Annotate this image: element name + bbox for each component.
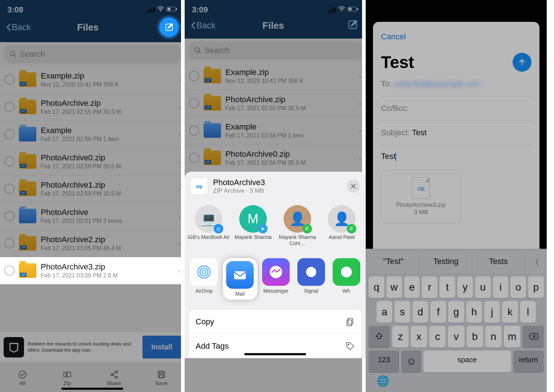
emoji-key[interactable]: ☺ (401, 351, 421, 372)
key-o[interactable]: o (510, 276, 526, 298)
key-r[interactable]: r (422, 276, 437, 298)
suggestion[interactable]: Testing (420, 251, 473, 273)
home-indicator[interactable] (244, 353, 306, 355)
file-row[interactable]: PhotoArchive2.zipFeb 17, 2021 03:05 PM 4… (0, 230, 185, 257)
shift-key[interactable] (369, 326, 390, 348)
select-radio[interactable] (4, 265, 15, 276)
battery-icon (166, 7, 177, 13)
file-row[interactable]: PhotoArchive0.zipFeb 17, 2021 02:56 PM 3… (185, 144, 366, 172)
key-e[interactable]: e (404, 276, 420, 298)
select-radio[interactable] (4, 129, 15, 139)
share-app-airdrop[interactable]: AirDrop (188, 258, 221, 300)
globe-icon[interactable]: 🌐 (377, 375, 389, 387)
key-p[interactable]: p (528, 276, 544, 298)
compose-button[interactable] (345, 17, 360, 33)
ccbcc-field[interactable]: Cc/Bcc: (381, 96, 531, 121)
action-copy[interactable]: Copy (189, 310, 361, 334)
search-input[interactable]: Search (4, 45, 180, 63)
tab-all[interactable]: All (17, 370, 28, 386)
key-s[interactable]: s (394, 301, 410, 323)
backspace-key[interactable] (522, 326, 544, 348)
ad-install-button[interactable]: Install (142, 336, 181, 359)
key-b[interactable]: b (467, 326, 483, 348)
tab-share[interactable]: Share (107, 370, 121, 386)
search-input[interactable]: Search (189, 41, 361, 60)
to-field[interactable]: To: redacted@example.com (381, 72, 531, 96)
share-app-mail[interactable]: Mail (223, 258, 257, 300)
select-radio[interactable] (4, 238, 15, 248)
status-icons (328, 6, 358, 13)
share-app-whatsapp[interactable]: Wh (330, 258, 363, 300)
key-w[interactable]: w (386, 276, 402, 298)
file-row[interactable]: PhotoArchive1.zipFeb 17, 2021 02:59 PM 3… (0, 175, 185, 203)
key-g[interactable]: g (448, 301, 464, 323)
file-row[interactable]: PhotoArchive3.zipFeb 17, 2021 03:08 PM 2… (0, 257, 185, 284)
return-key[interactable]: return (513, 351, 544, 372)
space-key[interactable]: space (423, 351, 511, 372)
key-f[interactable]: f (430, 301, 446, 323)
suggestion[interactable]: "Test" (367, 251, 420, 273)
select-radio[interactable] (189, 71, 199, 81)
share-app-messenger[interactable]: Messenger (260, 258, 293, 300)
key-l[interactable]: l (520, 301, 536, 323)
key-m[interactable]: m (504, 326, 520, 348)
ad-banner[interactable]: Redeem the rewards to unlock exciting de… (0, 332, 185, 362)
subject-field[interactable]: Subject: Test (381, 121, 531, 145)
svg-point-20 (202, 270, 206, 274)
close-button[interactable] (347, 180, 360, 193)
compose-button[interactable] (159, 17, 179, 37)
select-radio[interactable] (4, 211, 15, 221)
key-y[interactable]: y (457, 276, 473, 298)
tab-save[interactable]: Save (155, 370, 168, 386)
key-t[interactable]: t (439, 276, 455, 298)
key-u[interactable]: u (475, 276, 491, 298)
chevron-left-icon[interactable]: 〈 (525, 251, 545, 273)
share-contact[interactable]: 👤✆Mayank Sharma Cont… (276, 205, 318, 247)
key-h[interactable]: h (466, 301, 482, 323)
mail-body[interactable]: Test (381, 145, 531, 168)
share-contact[interactable]: 👤✆Aanal Patel (321, 205, 363, 247)
key-n[interactable]: n (485, 326, 502, 348)
select-radio[interactable] (189, 98, 199, 108)
file-row[interactable]: PhotoArchive.zipFeb 17, 2021 02:55 PM 30… (185, 90, 366, 117)
numbers-key[interactable]: 123 (369, 351, 399, 372)
file-row[interactable]: Example.zipNov 12, 2020 10:41 PM 358 K› (0, 66, 185, 93)
suggestion[interactable]: Tests (472, 251, 525, 273)
key-c[interactable]: c (429, 326, 446, 348)
file-row[interactable]: PhotoArchive0.zipFeb 17, 2021 02:56 PM 3… (0, 148, 185, 175)
share-contact[interactable]: 💻◎iGB's MacBook Air (188, 205, 230, 247)
mail-attachment[interactable]: zip PhotoArchive3.zip 3 MB (381, 170, 461, 224)
file-row[interactable]: Example.zipNov 12, 2020 10:41 PM 358 K› (185, 63, 366, 90)
key-i[interactable]: i (493, 276, 509, 298)
select-radio[interactable] (4, 102, 15, 112)
share-app-signal[interactable]: Signal (294, 258, 328, 300)
key-k[interactable]: k (502, 301, 518, 323)
key-z[interactable]: z (392, 326, 409, 348)
zip-folder-icon (19, 100, 36, 114)
file-row[interactable]: PhotoArchive.zipFeb 17, 2021 02:55 PM 30… (0, 93, 185, 121)
file-row[interactable]: PhotoArchiveFeb 17, 2021 03:01 PM 3 item… (0, 203, 185, 230)
arrow-up-icon (518, 58, 526, 67)
select-radio[interactable] (189, 153, 199, 163)
file-meta: Feb 17, 2021 02:56 PM 30.5 M (225, 160, 354, 166)
send-button[interactable] (513, 53, 531, 72)
key-x[interactable]: x (411, 326, 427, 348)
key-a[interactable]: a (377, 301, 392, 323)
file-row[interactable]: ExampleFeb 17, 2021 02:56 PM 1 item› (0, 121, 185, 148)
key-q[interactable]: q (369, 276, 384, 298)
home-indicator[interactable] (61, 388, 123, 390)
chevron-right-icon: › (359, 99, 361, 108)
tab-zip[interactable]: Zip (62, 370, 73, 386)
select-radio[interactable] (4, 156, 15, 167)
select-radio[interactable] (189, 125, 199, 136)
cancel-button[interactable]: Cancel (381, 32, 531, 41)
select-radio[interactable] (4, 75, 15, 85)
key-j[interactable]: j (484, 301, 500, 323)
key-v[interactable]: v (448, 326, 464, 348)
chevron-right-icon: › (178, 212, 180, 220)
share-contact[interactable]: M➤Mayank Sharma (232, 205, 274, 247)
search-placeholder: Search (20, 49, 45, 59)
select-radio[interactable] (4, 184, 15, 194)
key-d[interactable]: d (413, 301, 428, 323)
file-row[interactable]: ExampleFeb 17, 2021 02:56 PM 1 item› (185, 117, 366, 144)
